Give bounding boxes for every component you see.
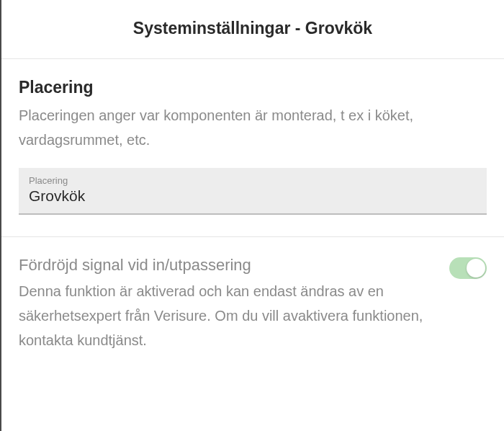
delay-section: Fördröjd signal vid in/utpassering Denna…	[1, 237, 504, 374]
placement-title: Placering	[19, 78, 487, 97]
delay-description: Denna funktion är aktiverad och kan enda…	[19, 279, 435, 352]
placement-input[interactable]	[29, 187, 477, 205]
placement-input-label: Placering	[29, 175, 477, 186]
placement-input-field[interactable]: Placering	[19, 168, 487, 215]
page-title: Systeminställningar - Grovkök	[16, 19, 490, 38]
placement-description: Placeringen anger var komponenten är mon…	[19, 103, 487, 152]
delay-toggle[interactable]	[449, 257, 487, 279]
placement-section: Placering Placeringen anger var komponen…	[1, 59, 504, 237]
toggle-knob-icon	[467, 259, 485, 277]
page-header: Systeminställningar - Grovkök	[1, 0, 504, 59]
delay-title: Fördröjd signal vid in/utpassering	[19, 256, 435, 275]
